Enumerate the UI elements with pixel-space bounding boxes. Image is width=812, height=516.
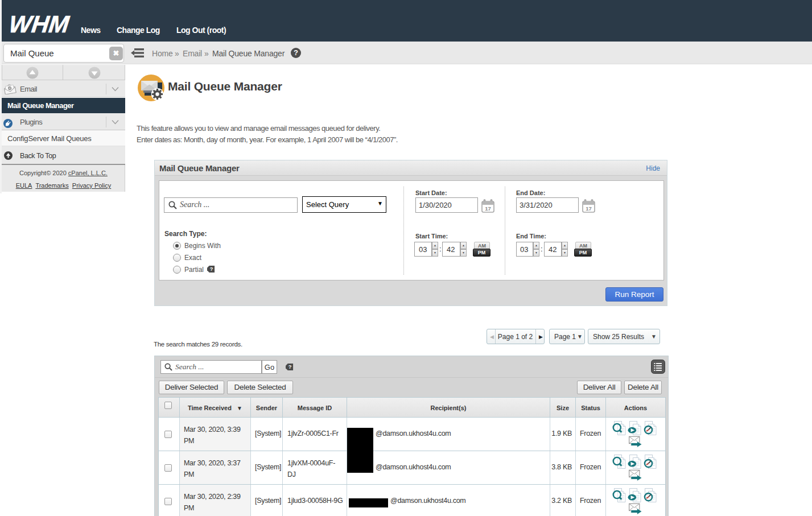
svg-text:?: ? bbox=[288, 364, 292, 370]
svg-text:17: 17 bbox=[485, 205, 491, 212]
svg-text:17: 17 bbox=[586, 205, 592, 212]
svg-text:?: ? bbox=[210, 266, 213, 272]
